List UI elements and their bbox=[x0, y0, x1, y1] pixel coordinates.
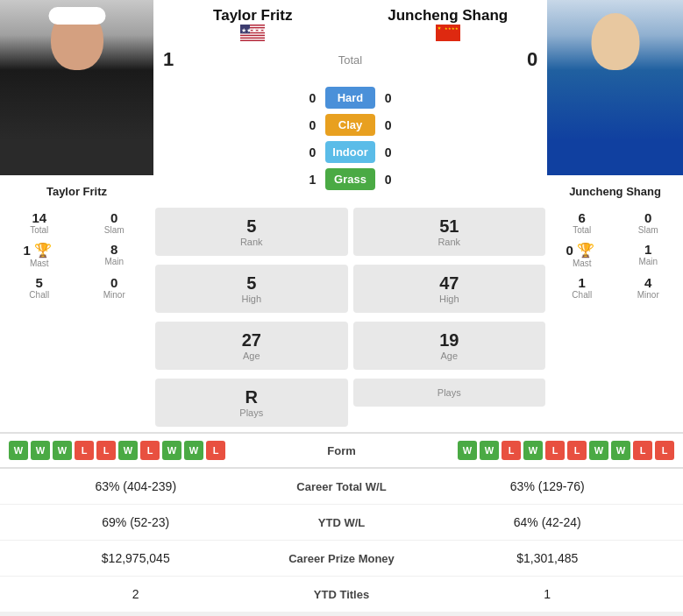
indoor-score-right: 0 bbox=[375, 145, 402, 159]
stats-row-label: YTD W/L bbox=[263, 516, 421, 529]
shang-mast-value: 0 🏆 bbox=[549, 242, 615, 258]
total-score-left: 1 bbox=[155, 48, 181, 71]
fritz-minor-value: 0 bbox=[77, 275, 153, 290]
shang-minor-label: Minor bbox=[615, 290, 682, 300]
fritz-form-badge: W bbox=[184, 441, 203, 460]
hard-row: 0 Hard 0 bbox=[299, 87, 401, 109]
fritz-name-area: Taylor Fritz bbox=[0, 175, 153, 203]
top-area: Taylor Fritz 14 Total 0 Slam 1 🏆 Mas bbox=[0, 0, 683, 432]
shang-rank-block: 51 Rank bbox=[353, 208, 546, 256]
fritz-form-badge: L bbox=[75, 441, 94, 460]
indoor-button[interactable]: Indoor bbox=[325, 141, 374, 163]
stats-row-label: Career Total W/L bbox=[263, 480, 421, 493]
indoor-row: 0 Indoor 0 bbox=[299, 141, 401, 163]
hard-score-right: 0 bbox=[375, 91, 402, 105]
fritz-age-block: 27 Age bbox=[155, 322, 348, 370]
shang-minor-value: 4 bbox=[615, 275, 682, 290]
fritz-plays-value: R bbox=[159, 387, 345, 407]
grass-score-right: 0 bbox=[375, 173, 402, 187]
shang-form-badge: L bbox=[502, 441, 521, 460]
shang-form-badge: W bbox=[611, 441, 630, 460]
form-label: Form bbox=[307, 444, 377, 457]
fritz-form-badge: L bbox=[206, 441, 225, 460]
stats-left-value: 69% (52-23) bbox=[9, 515, 263, 529]
fritz-form-badge: L bbox=[96, 441, 116, 460]
stats-right-value: $1,301,485 bbox=[421, 551, 675, 565]
shang-rank-label: Rank bbox=[357, 237, 543, 247]
shang-slam-item: 0 Slam bbox=[615, 207, 682, 238]
svg-rect-6 bbox=[240, 38, 265, 39]
fritz-flag-container: ★★★★★★ bbox=[240, 25, 265, 41]
fritz-chall-label: Chall bbox=[2, 290, 77, 300]
grass-score-left: 1 bbox=[299, 173, 325, 187]
stats-row-label: Career Prize Money bbox=[263, 552, 421, 565]
shang-chall-value: 1 bbox=[549, 275, 615, 290]
fritz-mast-label: Mast bbox=[2, 258, 77, 268]
fritz-minor-label: Minor bbox=[77, 290, 153, 300]
fritz-high-label: High bbox=[159, 294, 345, 304]
total-label: Total bbox=[181, 53, 519, 67]
fritz-flag: ★★★★★★ bbox=[240, 25, 265, 41]
hard-button[interactable]: Hard bbox=[325, 87, 374, 109]
fritz-main-label: Main bbox=[77, 257, 153, 266]
shang-rank-value: 51 bbox=[357, 216, 543, 237]
total-score-right: 0 bbox=[519, 48, 545, 71]
fritz-rank-value: 5 bbox=[159, 216, 345, 237]
fritz-photo bbox=[0, 0, 153, 175]
svg-text:★★★★★★: ★★★★★★ bbox=[241, 27, 265, 33]
fritz-form-badge: W bbox=[53, 441, 72, 460]
fritz-trophy-icon: 🏆 bbox=[34, 242, 52, 258]
stats-right-value: 64% (42-24) bbox=[421, 515, 675, 529]
fritz-stats: 14 Total 0 Slam 1 🏆 Mast 8 Main bbox=[0, 203, 153, 307]
clay-score-right: 0 bbox=[375, 118, 402, 132]
fritz-high-block: 5 High bbox=[155, 265, 348, 313]
fritz-header-name: Taylor Fritz bbox=[213, 7, 292, 25]
shang-chall-label: Chall bbox=[549, 290, 615, 300]
fritz-plays-label: Plays bbox=[159, 407, 345, 418]
shang-name: Juncheng Shang bbox=[569, 181, 661, 200]
shang-form-badge: L bbox=[567, 441, 587, 460]
center-column: Taylor Fritz ★★★★★★ bbox=[153, 0, 547, 432]
shang-form-badge: L bbox=[545, 441, 565, 460]
fritz-form-badge: W bbox=[162, 441, 181, 460]
shang-total-label: Total bbox=[549, 225, 615, 235]
fritz-slam-item: 0 Slam bbox=[77, 207, 153, 238]
total-row: 1 Total 0 bbox=[155, 48, 545, 71]
stats-left-value: 63% (404-239) bbox=[9, 479, 263, 493]
grass-button[interactable]: Grass bbox=[325, 168, 374, 190]
shang-form-badges: WWLWLLWWLL bbox=[377, 441, 675, 460]
stats-left-value: 2 bbox=[9, 587, 263, 601]
shang-age-value: 19 bbox=[357, 330, 543, 350]
fritz-main-item: 8 Main bbox=[77, 238, 153, 272]
shang-main-label: Main bbox=[615, 257, 682, 266]
fritz-total-item: 14 Total bbox=[2, 207, 77, 238]
fritz-minor-item: 0 Minor bbox=[77, 272, 153, 303]
clay-button[interactable]: Clay bbox=[325, 114, 374, 136]
shang-mast-label: Mast bbox=[549, 258, 615, 268]
stats-row: $12,975,045Career Prize Money$1,301,485 bbox=[0, 541, 683, 577]
fritz-name: Taylor Fritz bbox=[46, 181, 107, 200]
fritz-slam-value: 0 bbox=[77, 210, 153, 225]
shang-form-badge: W bbox=[480, 441, 499, 460]
shang-flag-container: ★★★★ bbox=[436, 25, 460, 41]
fritz-chall-value: 5 bbox=[2, 275, 77, 290]
fritz-age-label: Age bbox=[159, 350, 345, 361]
shang-flag: ★★★★ bbox=[436, 25, 460, 41]
shang-chall-item: 1 Chall bbox=[549, 272, 615, 303]
fritz-chall-item: 5 Chall bbox=[2, 272, 77, 303]
fritz-rank-block: 5 Rank bbox=[155, 208, 348, 256]
fritz-rank-label: Rank bbox=[159, 237, 345, 247]
fritz-form-badge: W bbox=[118, 441, 138, 460]
shang-plays-block: Plays bbox=[353, 379, 546, 407]
fritz-total-value: 14 bbox=[2, 210, 77, 225]
shang-plays-label: Plays bbox=[357, 387, 543, 398]
shang-mast-item: 0 🏆 Mast bbox=[549, 238, 615, 272]
shang-header-name: Juncheng Shang bbox=[388, 7, 508, 25]
stats-right-value: 63% (129-76) bbox=[421, 479, 675, 493]
fritz-mast-value: 1 🏆 bbox=[2, 242, 77, 258]
shang-slam-label: Slam bbox=[615, 225, 682, 235]
shang-high-block: 47 High bbox=[353, 265, 546, 313]
shang-minor-item: 4 Minor bbox=[615, 272, 682, 303]
shang-form-badge: L bbox=[633, 441, 652, 460]
shang-photo bbox=[547, 0, 683, 175]
